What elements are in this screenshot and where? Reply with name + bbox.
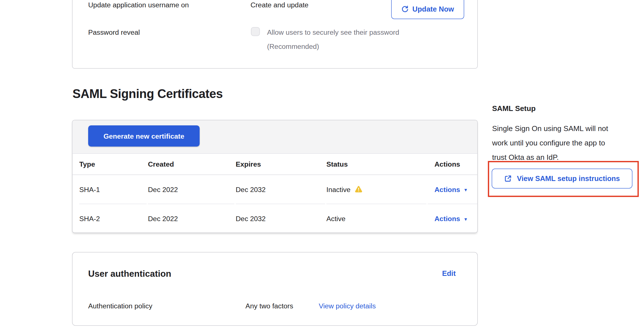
column-header-expires: Expires <box>236 160 325 168</box>
cert-created: Dec 2022 <box>148 215 235 223</box>
authentication-policy-label: Authentication policy <box>88 302 152 310</box>
view-policy-details-link[interactable]: View policy details <box>319 302 376 310</box>
username-update-value: Create and update <box>251 1 309 9</box>
saml-setup-heading: SAML Setup <box>492 104 536 113</box>
view-saml-setup-label: View SAML setup instructions <box>517 174 620 183</box>
cert-expires: Dec 2032 <box>236 215 325 223</box>
table-row: SHA-2 Dec 2022 Dec 2032 Active Actions▼ <box>73 204 478 233</box>
update-now-button[interactable]: Update Now <box>391 0 464 19</box>
cert-status: Inactive <box>326 175 426 204</box>
refresh-icon <box>401 6 409 13</box>
edit-link[interactable]: Edit <box>442 269 456 278</box>
user-authentication-heading: User authentication <box>88 269 171 279</box>
password-reveal-checkbox[interactable] <box>251 27 260 36</box>
chevron-down-icon: ▼ <box>463 217 468 222</box>
authentication-policy-value: Any two factors <box>246 302 293 310</box>
cert-created: Dec 2022 <box>148 175 235 204</box>
update-now-label: Update Now <box>412 5 454 13</box>
chevron-down-icon: ▼ <box>463 187 468 192</box>
page-title: SAML Signing Certificates <box>73 87 223 101</box>
generate-certificate-button[interactable]: Generate new certificate <box>88 125 200 147</box>
column-header-actions: Actions <box>435 160 478 168</box>
password-reveal-label: Password reveal <box>88 29 140 37</box>
external-link-icon <box>504 175 512 183</box>
saml-setup-description-line: work until you configure the app to <box>492 139 605 148</box>
certificates-panel: Generate new certificate Type Created Ex… <box>72 120 478 233</box>
cert-expires: Dec 2032 <box>236 175 325 204</box>
cert-status: Active <box>326 215 426 223</box>
table-header-row: Type Created Expires Status Actions <box>73 154 478 175</box>
actions-menu-button[interactable]: Actions▼ <box>435 185 468 193</box>
cert-type: SHA-2 <box>79 215 147 223</box>
username-update-label: Update application username on <box>88 1 189 9</box>
column-header-created: Created <box>148 160 235 168</box>
cert-type: SHA-1 <box>79 175 147 204</box>
warning-icon <box>354 186 363 193</box>
actions-menu-button[interactable]: Actions▼ <box>435 215 468 223</box>
view-saml-setup-instructions-button[interactable]: View SAML setup instructions <box>492 169 632 189</box>
page: Update application username on Create an… <box>0 0 644 327</box>
user-authentication-card: User authentication Edit Authentication … <box>72 252 478 326</box>
column-header-type: Type <box>79 160 147 168</box>
saml-setup-description-line: trust Okta as an IdP. <box>492 153 559 162</box>
saml-setup-description-line: Single Sign On using SAML will not <box>492 124 608 133</box>
table-row: SHA-1 Dec 2022 Dec 2032 Inactive <box>73 175 478 204</box>
password-reveal-checkbox-label-2: (Recommended) <box>267 42 319 51</box>
password-reveal-checkbox-label: Allow users to securely see their passwo… <box>267 29 399 37</box>
column-header-status: Status <box>326 160 426 168</box>
